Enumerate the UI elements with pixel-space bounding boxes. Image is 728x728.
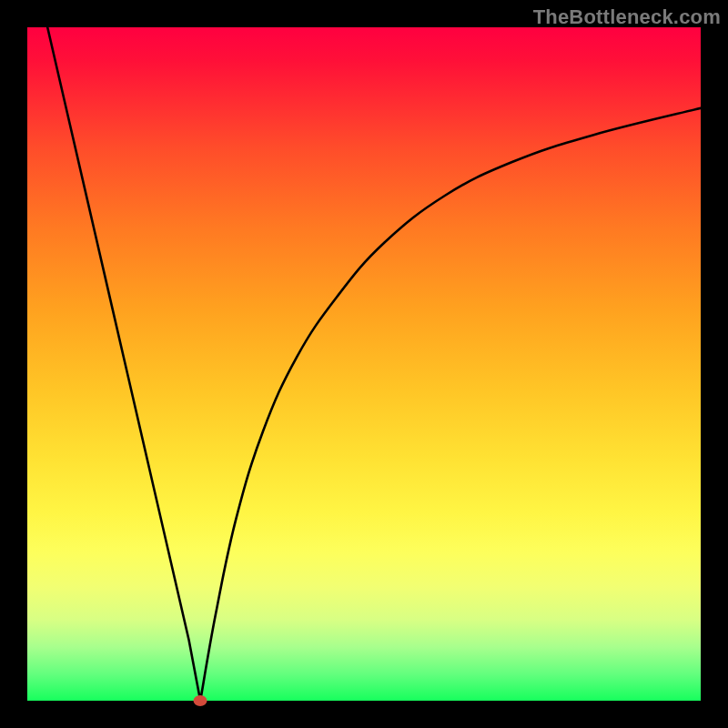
plot-area — [27, 27, 701, 701]
chart-frame: TheBottleneck.com — [0, 0, 728, 728]
minimum-marker — [194, 695, 207, 706]
watermark-text: TheBottleneck.com — [533, 5, 721, 29]
bottleneck-curve — [27, 27, 701, 701]
